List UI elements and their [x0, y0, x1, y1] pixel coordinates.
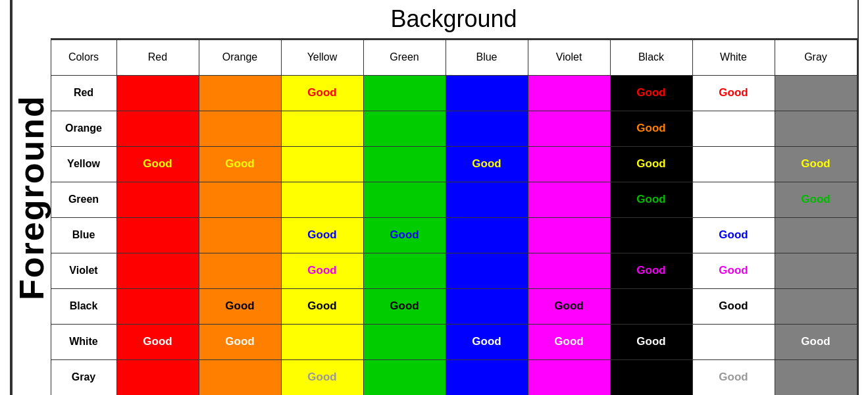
color-cell: [363, 182, 446, 217]
color-cell: [528, 253, 610, 288]
table-row: GrayGoodGood: [51, 359, 857, 395]
header-black: Black: [610, 40, 692, 75]
color-cell: [363, 359, 446, 395]
color-cell: [692, 182, 775, 217]
color-cell: Good: [775, 146, 857, 182]
color-cell: [775, 75, 857, 111]
color-cell: [775, 288, 857, 324]
header-gray: Gray: [775, 40, 857, 75]
color-cell: Good: [775, 182, 857, 217]
color-cell: Good: [528, 288, 610, 324]
color-cell: [116, 111, 199, 146]
header-green: Green: [363, 40, 446, 75]
good-label: Good: [719, 300, 748, 312]
good-label: Good: [143, 157, 172, 170]
color-cell: [363, 324, 446, 359]
table-row: VioletGoodGoodGood: [51, 253, 857, 288]
color-cell: [116, 217, 199, 253]
color-cell: Good: [281, 359, 363, 395]
color-cell: Good: [692, 75, 775, 111]
color-cell: Good: [610, 75, 692, 111]
color-cell: Good: [199, 288, 281, 324]
color-cell: [528, 182, 610, 217]
good-label: Good: [719, 86, 748, 99]
color-cell: [363, 111, 446, 146]
good-label: Good: [719, 228, 748, 241]
color-cell: [610, 217, 692, 253]
color-cell: [610, 359, 692, 395]
color-cell: [116, 75, 199, 111]
table-row: RedGoodGoodGood: [51, 75, 857, 111]
row-label-orange: Orange: [51, 111, 116, 146]
header-blue: Blue: [446, 40, 528, 75]
color-cell: Good: [116, 324, 199, 359]
color-cell: Good: [692, 217, 775, 253]
color-cell: Good: [363, 288, 446, 324]
foreground-label: Foreground: [11, 0, 51, 395]
color-cell: Good: [610, 253, 692, 288]
color-cell: [692, 146, 775, 182]
color-cell: [775, 253, 857, 288]
good-label: Good: [472, 157, 501, 170]
color-cell: [528, 359, 610, 395]
good-label: Good: [801, 335, 830, 348]
color-cell: [116, 253, 199, 288]
color-cell: [446, 75, 528, 111]
color-cell: [199, 75, 281, 111]
good-label: Good: [719, 264, 748, 276]
color-cell: Good: [281, 217, 363, 253]
header-orange: Orange: [199, 40, 281, 75]
color-cell: [199, 253, 281, 288]
color-cell: [199, 182, 281, 217]
color-cell: [775, 111, 857, 146]
good-label: Good: [390, 228, 419, 241]
row-label-red: Red: [51, 75, 116, 111]
color-cell: Good: [281, 253, 363, 288]
good-label: Good: [307, 86, 336, 99]
color-cell: [446, 111, 528, 146]
row-label-violet: Violet: [51, 253, 116, 288]
color-cell: [775, 359, 857, 395]
color-cell: [446, 182, 528, 217]
row-label-green: Green: [51, 182, 116, 217]
color-cell: Good: [775, 324, 857, 359]
table-row: GreenGoodGood: [51, 182, 857, 217]
good-label: Good: [636, 264, 665, 276]
row-label-white: White: [51, 324, 116, 359]
header-violet: Violet: [528, 40, 610, 75]
color-table: ColorsRedOrangeYellowGreenBlueVioletBlac…: [51, 40, 857, 396]
color-cell: Good: [199, 146, 281, 182]
color-cell: [281, 146, 363, 182]
color-cell: Good: [692, 288, 775, 324]
color-cell: [692, 111, 775, 146]
color-cell: [446, 217, 528, 253]
color-cell: [281, 111, 363, 146]
color-cell: [281, 324, 363, 359]
color-cell: [199, 111, 281, 146]
color-cell: Good: [446, 324, 528, 359]
table-row: WhiteGoodGoodGoodGoodGoodGood: [51, 324, 857, 359]
color-cell: Good: [116, 146, 199, 182]
table-row: BlueGoodGoodGood: [51, 217, 857, 253]
good-label: Good: [636, 193, 665, 205]
row-label-blue: Blue: [51, 217, 116, 253]
background-header: Background: [51, 0, 857, 40]
good-label: Good: [307, 264, 336, 276]
header-red: Red: [116, 40, 199, 75]
color-cell: [446, 288, 528, 324]
good-label: Good: [225, 157, 254, 170]
color-cell: Good: [610, 182, 692, 217]
row-label-yellow: Yellow: [51, 146, 116, 182]
table-row: YellowGoodGoodGoodGoodGood: [51, 146, 857, 182]
table-row: BlackGoodGoodGoodGoodGood: [51, 288, 857, 324]
good-label: Good: [554, 300, 583, 312]
main-container: Foreground Background ColorsRedOrangeYel…: [10, 0, 859, 395]
color-cell: [528, 217, 610, 253]
good-label: Good: [636, 157, 665, 170]
color-cell: [692, 324, 775, 359]
color-cell: [446, 359, 528, 395]
color-cell: Good: [363, 217, 446, 253]
good-label: Good: [307, 300, 336, 312]
color-cell: Good: [610, 146, 692, 182]
color-cell: [446, 253, 528, 288]
